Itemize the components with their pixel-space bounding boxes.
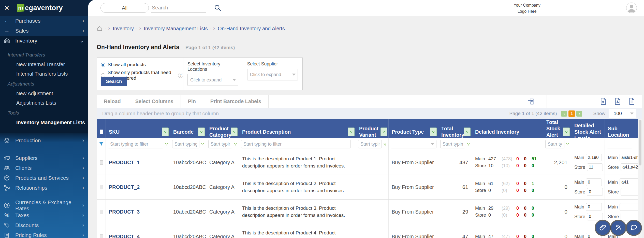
sub-location-input[interactable] bbox=[621, 188, 638, 196]
alert-level-input[interactable] bbox=[587, 163, 603, 171]
sub-location-input[interactable] bbox=[620, 178, 638, 186]
alert-level-input[interactable] bbox=[587, 213, 603, 220]
column-header-sku[interactable]: SKU bbox=[106, 119, 170, 145]
sidebar-item-inventory[interactable]: Inventory ⌄ bbox=[0, 36, 88, 46]
help-icon[interactable]: ? bbox=[178, 73, 183, 78]
print-barcode-labels-button[interactable]: Print Barcode Labels bbox=[203, 95, 269, 108]
page-size-select[interactable]: 100 bbox=[609, 109, 636, 118]
submenu-section-title: Tools bbox=[0, 108, 88, 118]
sidebar-item-pricing-rules[interactable]: Pricing Rules › bbox=[0, 230, 88, 238]
search-scope-button[interactable]: All bbox=[100, 3, 149, 13]
sidebar-item-taxes[interactable]: % Taxes › bbox=[0, 210, 88, 220]
breadcrumb-inventory[interactable]: Inventory bbox=[113, 26, 134, 32]
column-header-barcode[interactable]: Barcode bbox=[170, 119, 206, 145]
sub-location-input[interactable] bbox=[620, 203, 638, 211]
sidebar-item-products-and-services[interactable]: Products and Services › bbox=[0, 173, 88, 183]
magic-wand-button[interactable] bbox=[611, 221, 625, 235]
supplier-select[interactable]: Click to expand bbox=[247, 69, 298, 80]
row-checkbox[interactable] bbox=[100, 160, 103, 165]
sidebar-item-internal-transfers-lists[interactable]: Internal Transfers Lists bbox=[0, 69, 88, 79]
qty-dark-red: 0 bbox=[524, 163, 532, 169]
search-input[interactable] bbox=[151, 3, 206, 12]
row-checkbox[interactable] bbox=[100, 210, 103, 214]
export-excel-icon[interactable] bbox=[599, 97, 607, 105]
sub-location-input[interactable] bbox=[621, 163, 638, 171]
sidebar-item-inventory-management-lists[interactable]: Inventory Management Lists bbox=[0, 118, 88, 127]
pagination-info: Page 1 of 1 (42 items) bbox=[509, 111, 557, 116]
home-icon[interactable] bbox=[97, 25, 103, 32]
sidebar-item-clients[interactable]: Clients › bbox=[0, 163, 88, 173]
column-header-total-stock-alert-level[interactable]: Total Stock Alert Level bbox=[543, 119, 571, 145]
sidebar-item-purchases[interactable]: ← Purchases › bbox=[0, 16, 88, 26]
pin-button[interactable]: Pin bbox=[181, 95, 203, 108]
sku-link[interactable]: PRODUCT_1 bbox=[109, 160, 140, 165]
supplier-label: Select Supplier bbox=[247, 61, 298, 67]
column-header-product-type[interactable]: Product Type bbox=[389, 119, 438, 145]
current-page-button[interactable]: 1 bbox=[568, 110, 575, 117]
detailed-stock-alert-cell: Main Store bbox=[571, 175, 605, 199]
sku-link[interactable]: PRODUCT_4 bbox=[109, 234, 140, 238]
column-filter-dropdown-icon[interactable] bbox=[380, 128, 387, 136]
column-label: Product Variant bbox=[359, 125, 380, 138]
select-all-checkbox[interactable] bbox=[100, 130, 103, 134]
column-filter-dropdown-icon[interactable] bbox=[464, 128, 471, 136]
column-filter-dropdown-icon[interactable] bbox=[231, 128, 238, 136]
alert-level-input[interactable] bbox=[586, 178, 602, 186]
sidebar-item-discounts[interactable]: Discounts › bbox=[0, 220, 88, 230]
column-filter-dropdown-icon[interactable] bbox=[563, 128, 570, 136]
column-header-product-category[interactable]: Product Category bbox=[206, 119, 239, 145]
sub-location-input[interactable] bbox=[620, 154, 638, 161]
column-filter-dropdown-icon[interactable] bbox=[198, 128, 205, 136]
brand-logo[interactable]: m egaventory bbox=[17, 4, 63, 12]
alert-level-input[interactable] bbox=[586, 203, 602, 211]
chat-button[interactable] bbox=[627, 221, 641, 235]
variant-cell bbox=[356, 200, 389, 224]
sidebar-header: ✕ m egaventory bbox=[0, 0, 88, 16]
sidebar-item-new-internal-transfer[interactable]: New Internal Transfer bbox=[0, 60, 88, 69]
vertical-scrollbar[interactable] bbox=[638, 119, 642, 238]
sku-link[interactable]: PRODUCT_2 bbox=[109, 184, 140, 190]
next-page-button[interactable]: › bbox=[576, 111, 582, 117]
search-button[interactable]: Search bbox=[101, 77, 127, 86]
alert-level-input[interactable] bbox=[586, 154, 602, 161]
export-pdf-icon[interactable] bbox=[613, 97, 621, 105]
sidebar-item-label: Production bbox=[15, 137, 41, 144]
import-to-file-icon[interactable] bbox=[516, 95, 547, 108]
column-header-sub-location[interactable]: Sub Location bbox=[605, 119, 638, 145]
column-header-detailed-stock-alert-levels[interactable]: Detailed Stock Alert Levels bbox=[571, 119, 605, 145]
sidebar-item-sales[interactable]: → Sales › bbox=[0, 26, 88, 36]
select-columns-button[interactable]: Select Columns bbox=[128, 95, 181, 108]
column-filter-dropdown-icon[interactable] bbox=[162, 128, 169, 136]
sub-location-input[interactable] bbox=[621, 213, 638, 220]
total-inventory-cell: 29 bbox=[438, 200, 472, 224]
column-header-product-description[interactable]: Product Description bbox=[239, 119, 356, 145]
column-header-total-inventory[interactable]: Total Inventory bbox=[438, 119, 472, 145]
breadcrumb-current-page: On-Hand Inventory and Alerts bbox=[218, 26, 285, 32]
column-header-product-variant[interactable]: Product Variant bbox=[356, 119, 389, 145]
location-label: Main bbox=[475, 180, 488, 187]
close-menu-icon[interactable]: ✕ bbox=[4, 4, 13, 12]
alert-level-input[interactable] bbox=[587, 188, 603, 196]
reload-button[interactable]: Reload bbox=[97, 95, 128, 108]
sidebar-item-relationships[interactable]: Relationships › bbox=[0, 183, 88, 193]
filter-panel: Show all products Show only products tha… bbox=[97, 58, 303, 90]
breadcrumb-inventory-management-lists[interactable]: Inventory Management Lists bbox=[144, 26, 208, 32]
sidebar-item-adjustments-lists[interactable]: Adjustments Lists bbox=[0, 98, 88, 108]
user-avatar[interactable] bbox=[626, 3, 637, 13]
previous-page-button[interactable]: ‹ bbox=[561, 111, 567, 117]
column-filter-dropdown-icon[interactable] bbox=[430, 128, 437, 136]
row-checkbox[interactable] bbox=[100, 234, 103, 238]
attachment-button[interactable] bbox=[596, 221, 610, 235]
radio-show-all-products[interactable] bbox=[101, 63, 105, 67]
row-checkbox[interactable] bbox=[100, 185, 103, 189]
sidebar-item-production[interactable]: Production › bbox=[0, 135, 88, 145]
sidebar-item-currencies[interactable]: Currencies & Exchange Rates › bbox=[0, 200, 88, 210]
search-icon[interactable] bbox=[214, 4, 222, 12]
sidebar-item-new-adjustment[interactable]: New Adjustment bbox=[0, 89, 88, 98]
export-csv-icon[interactable] bbox=[628, 97, 635, 105]
sidebar-item-suppliers[interactable]: Suppliers › bbox=[0, 153, 88, 163]
sku-link[interactable]: PRODUCT_3 bbox=[109, 209, 140, 215]
column-filter-dropdown-icon[interactable] bbox=[348, 128, 355, 136]
inventory-locations-select[interactable]: Click to expand bbox=[187, 74, 238, 86]
column-header-detailed-inventory[interactable]: Detailed Inventory bbox=[472, 119, 543, 145]
